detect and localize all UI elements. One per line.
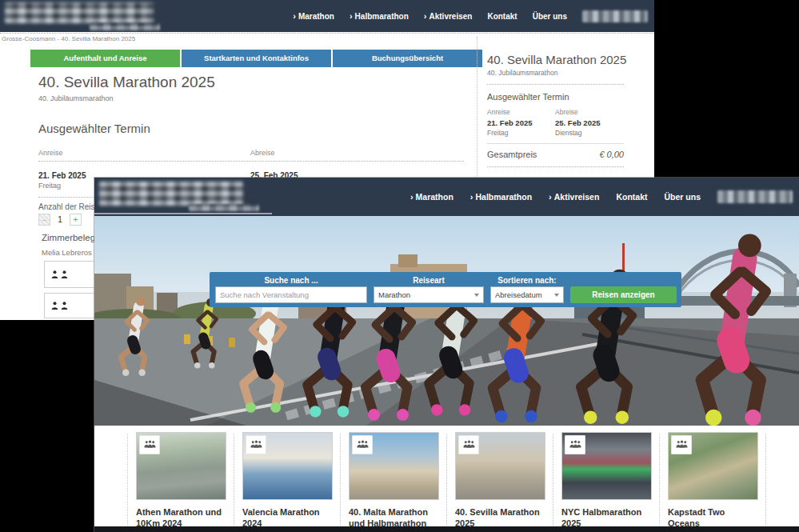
tab-aufenthalt-und-anreise[interactable]: Aufenthalt und Anreise bbox=[30, 50, 180, 67]
show-trips-button[interactable]: Reisen anzeigen bbox=[570, 286, 677, 303]
person-icon bbox=[51, 270, 58, 278]
site-logo-tagline bbox=[90, 23, 160, 30]
sidebar-arrival-day: Freitag bbox=[487, 129, 555, 137]
marathon-runners-photo bbox=[94, 216, 799, 426]
nav-item-aktivreisen[interactable]: ›Aktivreisen bbox=[549, 192, 599, 202]
sidebar-subtitle: 40. Jubiläumsmarathon bbox=[487, 69, 624, 77]
event-photo bbox=[349, 432, 439, 500]
nav-item-marathon[interactable]: ›Marathon bbox=[410, 192, 453, 202]
event-photo bbox=[136, 432, 226, 500]
chevron-right-icon: › bbox=[549, 192, 552, 202]
event-card-kapstadt[interactable]: Kapstadt Two Oceans Ultramarathon und bbox=[668, 432, 758, 532]
sort-label: Sortieren nach: bbox=[490, 274, 564, 286]
tab-startkarten-und-kontaktinfos[interactable]: Startkarten und Kontaktinfos bbox=[182, 50, 331, 67]
event-photo bbox=[455, 432, 545, 500]
arrival-label: Anreise bbox=[38, 149, 63, 157]
site-logo[interactable] bbox=[5, 2, 154, 23]
page-subtitle: 40. Jubiläumsmarathon bbox=[38, 94, 114, 102]
nav-item-halbmarathon[interactable]: ›Halbmarathon bbox=[350, 11, 409, 21]
travelers-count-value: 1 bbox=[54, 215, 66, 224]
divider bbox=[38, 161, 464, 162]
nav-item-ueber-uns[interactable]: Über uns bbox=[664, 192, 701, 202]
home-window: ›Marathon ›Halbmarathon ›Aktivreisen Kon… bbox=[94, 178, 799, 532]
chevron-down-icon bbox=[554, 294, 559, 297]
event-card-valencia[interactable]: Valencia Marathon 2024 bbox=[242, 432, 333, 532]
booking-step-tabs: Aufenthalt und Anreise Startkarten und K… bbox=[30, 50, 482, 67]
event-card-malta[interactable]: 40. Malta Marathon und Halbmarathon 2025 bbox=[349, 432, 439, 532]
group-icon-badge bbox=[139, 435, 160, 454]
chevron-right-icon: › bbox=[470, 192, 473, 202]
sidebar-departure-day: Dienstag bbox=[555, 129, 624, 137]
departure-label: Abreise bbox=[250, 149, 275, 157]
logo-underline bbox=[94, 213, 272, 214]
divider bbox=[487, 143, 624, 144]
person-icon bbox=[61, 302, 68, 310]
event-photo bbox=[668, 432, 758, 500]
total-price-row: Gesamtpreis € 0,00 bbox=[487, 150, 624, 159]
footer-bar bbox=[94, 526, 799, 532]
group-icon bbox=[462, 440, 476, 450]
group-icon-badge bbox=[458, 435, 479, 454]
group-icon bbox=[569, 440, 582, 450]
group-icon bbox=[250, 440, 263, 450]
group-icon-badge bbox=[565, 435, 585, 454]
person-icon bbox=[61, 270, 68, 278]
group-icon bbox=[356, 440, 370, 450]
travelers-stepper: – 1 + bbox=[38, 214, 82, 226]
sort-select[interactable]: Abreisedatum bbox=[490, 286, 564, 303]
event-photo bbox=[561, 432, 652, 500]
account-name-blurred[interactable] bbox=[717, 190, 793, 203]
top-navbar: ›Marathon ›Halbmarathon ›Aktivreisen Kon… bbox=[94, 178, 799, 216]
nav-item-halbmarathon[interactable]: ›Halbmarathon bbox=[470, 192, 532, 202]
sidebar-arrival-label: Anreise bbox=[487, 108, 555, 116]
group-icon-badge bbox=[352, 435, 373, 454]
nav-item-marathon[interactable]: ›Marathon bbox=[293, 11, 334, 21]
divider bbox=[487, 166, 624, 167]
arrival-value: 21. Feb 2025 Freitag bbox=[38, 171, 86, 190]
sidebar-title: 40. Sevilla Marathon 2025 bbox=[487, 53, 624, 66]
top-navbar: ›Marathon ›Halbmarathon ›Aktivreisen Kon… bbox=[0, 0, 654, 32]
group-icon-badge bbox=[671, 435, 692, 454]
tab-buchungsuebersicht[interactable]: Buchungsübersicht bbox=[333, 50, 482, 67]
sidebar-selected-date-heading: Ausgewählter Termin bbox=[487, 92, 624, 102]
chevron-right-icon: › bbox=[424, 11, 427, 21]
account-name-blurred[interactable] bbox=[582, 10, 648, 22]
chevron-right-icon: › bbox=[410, 192, 413, 202]
decrease-travelers-button[interactable]: – bbox=[38, 214, 50, 226]
trip-type-select[interactable]: Marathon bbox=[374, 286, 484, 303]
site-logo[interactable] bbox=[99, 182, 243, 206]
group-icon-badge bbox=[246, 435, 266, 454]
event-photo bbox=[242, 432, 333, 500]
sidebar-arrival-date: 21. Feb 2025 bbox=[487, 118, 555, 127]
divider bbox=[487, 84, 624, 85]
page-title: 40. Sevilla Marathon 2025 bbox=[38, 74, 215, 91]
nav-item-kontakt[interactable]: Kontakt bbox=[487, 12, 517, 21]
trip-search-bar: Suche nach ... Reiseart Sortieren nach: … bbox=[210, 272, 681, 307]
chevron-right-icon: › bbox=[350, 11, 353, 21]
nav-item-aktivreisen[interactable]: ›Aktivreisen bbox=[424, 11, 473, 21]
selected-date-heading: Ausgewählter Termin bbox=[38, 122, 150, 135]
hero-image: Suche nach ... Reiseart Sortieren nach: … bbox=[94, 216, 799, 426]
sidebar-departure-date: 25. Feb 2025 bbox=[555, 118, 624, 127]
group-icon bbox=[675, 440, 689, 450]
person-icon bbox=[51, 302, 58, 310]
main-nav: ›Marathon ›Halbmarathon ›Aktivreisen Kon… bbox=[410, 178, 793, 216]
search-label: Suche nach ... bbox=[215, 274, 367, 286]
increase-travelers-button[interactable]: + bbox=[70, 214, 82, 226]
event-card-athen[interactable]: Athen Marathon und 10Km 2024 bbox=[136, 432, 226, 532]
event-search-input[interactable] bbox=[215, 286, 367, 303]
chevron-down-icon bbox=[474, 294, 479, 297]
sidebar-departure-label: Abreise bbox=[555, 108, 624, 116]
event-cards-row: Athen Marathon und 10Km 2024 Valencia Ma… bbox=[136, 432, 763, 532]
main-nav: ›Marathon ›Halbmarathon ›Aktivreisen Kon… bbox=[293, 0, 648, 32]
trip-type-label: Reiseart bbox=[374, 274, 484, 286]
nav-item-kontakt[interactable]: Kontakt bbox=[616, 192, 647, 202]
total-price-label: Gesamtpreis bbox=[487, 150, 537, 159]
event-card-sevilla[interactable]: 40. Sevilla Marathon 2025 bbox=[455, 432, 545, 532]
event-card-nyc[interactable]: NYC Halbmarathon 2025 bbox=[561, 432, 652, 532]
total-price-value: € 0,00 bbox=[599, 150, 624, 159]
chevron-right-icon: › bbox=[293, 11, 296, 21]
nav-item-ueber-uns[interactable]: Über uns bbox=[533, 12, 567, 21]
site-logo-tagline bbox=[189, 204, 259, 211]
group-icon bbox=[143, 440, 157, 450]
